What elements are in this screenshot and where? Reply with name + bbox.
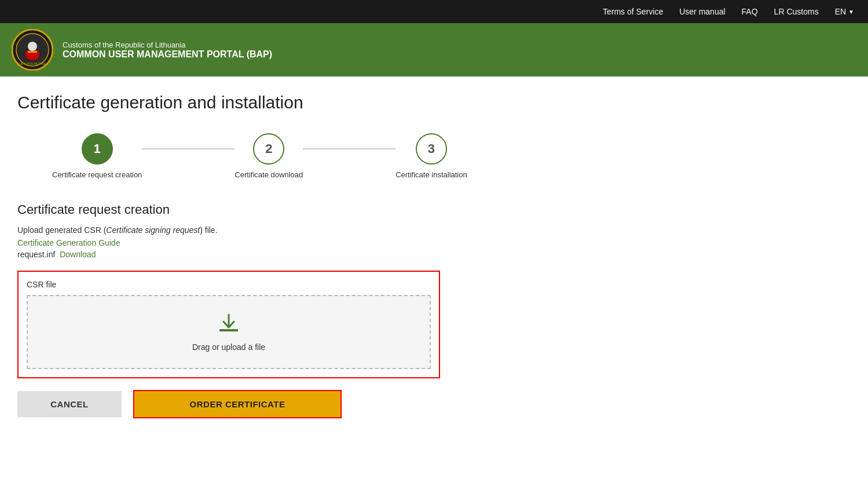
dropzone-text: Drag or upload a file — [192, 342, 265, 352]
order-certificate-button[interactable]: ORDER CERTIFICATE — [133, 390, 342, 418]
lr-customs-link[interactable]: LR Customs — [774, 7, 819, 16]
cancel-button[interactable]: CANCEL — [17, 391, 122, 417]
upload-description: Upload generated CSR (Certificate signin… — [17, 225, 504, 235]
terms-of-service-link[interactable]: Terms of Service — [603, 7, 663, 16]
page-title: Certificate generation and installation — [17, 93, 504, 112]
step-2-label: Certificate download — [235, 170, 303, 179]
download-link[interactable]: Download — [60, 250, 96, 259]
step-3: 3 Certificate installation — [395, 133, 467, 179]
progress-stepper: 1 Certificate request creation 2 Certifi… — [17, 133, 504, 179]
svg-rect-7 — [219, 329, 225, 331]
svg-rect-8 — [232, 329, 238, 331]
button-row: CANCEL ORDER CERTIFICATE — [17, 390, 504, 418]
header-subtitle: Customs of the Republic of Lithuania — [63, 41, 272, 49]
section-title: Certificate request creation — [17, 202, 504, 217]
csr-file-box: CSR file Drag or upload a file — [17, 271, 440, 378]
header-text: Customs of the Republic of Lithuania COM… — [63, 41, 272, 60]
faq-link[interactable]: FAQ — [742, 7, 758, 16]
step-connector-2-3 — [303, 148, 395, 149]
user-manual-link[interactable]: User manual — [679, 7, 725, 16]
upload-icon — [217, 312, 240, 337]
svg-point-3 — [28, 42, 37, 51]
step-3-circle: 3 — [416, 133, 447, 165]
main-content: Certificate generation and installation … — [0, 76, 521, 442]
svg-rect-4 — [28, 51, 37, 53]
step-1-circle: 1 — [82, 133, 113, 165]
step-3-label: Certificate installation — [395, 170, 467, 179]
file-dropzone[interactable]: Drag or upload a file — [27, 295, 431, 369]
step-1-label: Certificate request creation — [52, 170, 142, 179]
step-2: 2 Certificate download — [235, 133, 303, 179]
csr-label: CSR file — [27, 280, 431, 289]
svg-text:LIETUVOS MUITINĖ: LIETUVOS MUITINĖ — [19, 62, 46, 65]
step-2-circle: 2 — [253, 133, 284, 165]
chevron-down-icon: ▼ — [848, 9, 854, 15]
certificate-guide-link[interactable]: Certificate Generation Guide — [17, 238, 504, 247]
step-1: 1 Certificate request creation — [52, 133, 142, 179]
top-navigation: Terms of Service User manual FAQ LR Cust… — [0, 0, 868, 23]
site-header: LIETUVOS MUITINĖ Customs of the Republic… — [0, 23, 868, 76]
header-title: COMMON USER MANAGEMENT PORTAL (BAP) — [63, 49, 272, 60]
request-inf-row: request.inf Download — [17, 250, 504, 259]
step-connector-1-2 — [142, 148, 235, 149]
logo: LIETUVOS MUITINĖ — [12, 29, 53, 71]
language-selector[interactable]: EN ▼ — [835, 7, 854, 16]
